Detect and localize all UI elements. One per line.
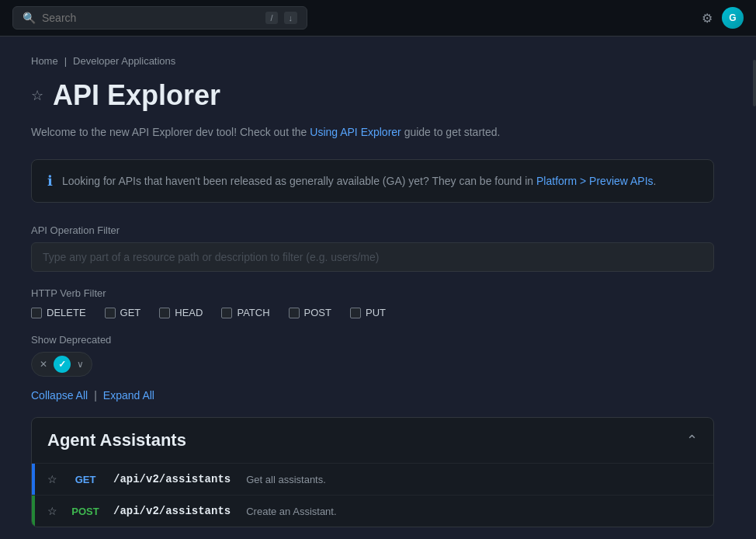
toggle-chevron-icon[interactable]: ∨ xyxy=(74,357,87,371)
endpoint-desc-post-assistants: Create an Assistant. xyxy=(246,506,336,517)
operation-filter-label: API Operation Filter xyxy=(31,224,714,236)
agent-assistants-title: Agent Assistants xyxy=(47,430,186,450)
endpoint-path-get-assistants: /api/v2/assistants xyxy=(113,473,231,485)
verb-patch-checkbox[interactable] xyxy=(221,308,232,318)
scrollbar[interactable] xyxy=(753,60,756,106)
avatar[interactable]: G xyxy=(722,7,744,29)
breadcrumb: Home | Developer Applications xyxy=(31,55,714,67)
verb-patch-label: PATCH xyxy=(237,307,269,318)
verb-post-checkbox[interactable] xyxy=(289,308,300,318)
verb-post-label: POST xyxy=(304,307,331,318)
verb-patch-item[interactable]: PATCH xyxy=(221,307,269,318)
endpoint-post-assistants[interactable]: ☆ POST /api/v2/assistants Create an Assi… xyxy=(32,495,713,527)
search-shortcut-arrow: ↓ xyxy=(284,12,298,24)
top-bar-right: ⚙ G xyxy=(699,7,744,29)
breadcrumb-separator: | xyxy=(64,55,67,67)
collapse-all-link[interactable]: Collapse All xyxy=(31,389,88,402)
endpoint-border-get xyxy=(32,464,35,495)
verb-filter-label: HTTP Verb Filter xyxy=(31,287,714,299)
top-bar: 🔍 / ↓ ⚙ G xyxy=(0,0,756,37)
agent-assistants-header[interactable]: Agent Assistants ⌃ xyxy=(32,418,713,463)
subtitle-text-after: guide to get started. xyxy=(401,126,501,138)
search-bar[interactable]: 🔍 / ↓ xyxy=(12,6,307,30)
endpoint-desc-get-assistants: Get all assistants. xyxy=(246,474,326,485)
favorite-star-icon[interactable]: ☆ xyxy=(31,87,43,104)
subtitle-link[interactable]: Using API Explorer xyxy=(310,126,401,138)
info-banner-text-after: . xyxy=(654,175,657,187)
verb-head-checkbox[interactable] xyxy=(159,308,170,318)
subtitle-text-before: Welcome to the new API Explorer dev tool… xyxy=(31,126,310,138)
toggle-x-icon[interactable]: ✕ xyxy=(36,357,50,371)
search-icon: 🔍 xyxy=(23,12,36,24)
toggle-check-icon: ✓ xyxy=(58,359,66,370)
collapse-section-chevron-icon[interactable]: ⌃ xyxy=(686,432,698,449)
verb-head-item[interactable]: HEAD xyxy=(159,307,203,318)
info-icon: ℹ xyxy=(47,172,53,190)
agent-assistants-section: Agent Assistants ⌃ ☆ GET /api/v2/assista… xyxy=(31,417,714,527)
endpoint-verb-post: POST xyxy=(67,506,104,517)
main-content: Home | Developer Applications ☆ API Expl… xyxy=(0,37,745,539)
breadcrumb-home[interactable]: Home xyxy=(31,55,58,67)
collapse-expand-separator: | xyxy=(94,389,97,402)
verb-delete-label: DELETE xyxy=(47,307,86,318)
verb-checkboxes: DELETE GET HEAD PATCH POST xyxy=(31,307,714,318)
toggle-circle[interactable]: ✓ xyxy=(54,356,71,373)
breadcrumb-current: Developer Applications xyxy=(73,55,175,67)
settings-button[interactable]: ⚙ xyxy=(699,8,716,29)
endpoint-border-post xyxy=(32,496,35,527)
info-banner-text-before: Looking for APIs that haven't been relea… xyxy=(62,175,536,187)
verb-get-label: GET xyxy=(120,307,141,318)
deprecated-toggle[interactable]: ✕ ✓ ∨ xyxy=(31,352,92,377)
verb-put-item[interactable]: PUT xyxy=(350,307,386,318)
page-title-row: ☆ API Explorer xyxy=(31,79,714,112)
page-title: API Explorer xyxy=(53,79,220,112)
info-banner-text: Looking for APIs that haven't been relea… xyxy=(62,175,656,187)
endpoint-get-assistants[interactable]: ☆ GET /api/v2/assistants Get all assista… xyxy=(32,463,713,495)
verb-delete-item[interactable]: DELETE xyxy=(31,307,86,318)
search-shortcut-slash: / xyxy=(265,12,277,24)
search-input[interactable] xyxy=(42,12,259,24)
verb-put-checkbox[interactable] xyxy=(350,308,361,318)
info-banner: ℹ Looking for APIs that haven't been rel… xyxy=(31,159,714,203)
endpoint-star-post-icon[interactable]: ☆ xyxy=(47,505,57,517)
expand-all-link[interactable]: Expand All xyxy=(103,389,154,402)
toggle-container: ✕ ✓ ∨ xyxy=(31,352,714,377)
collapse-expand-row: Collapse All | Expand All xyxy=(31,389,714,402)
verb-get-checkbox[interactable] xyxy=(105,308,116,318)
subtitle: Welcome to the new API Explorer dev tool… xyxy=(31,124,714,141)
verb-put-label: PUT xyxy=(366,307,386,318)
show-deprecated-label: Show Deprecated xyxy=(31,334,714,346)
verb-head-label: HEAD xyxy=(175,307,203,318)
verb-delete-checkbox[interactable] xyxy=(31,308,42,318)
operation-filter-section: API Operation Filter xyxy=(31,224,714,287)
verb-filter-section: HTTP Verb Filter DELETE GET HEAD PATCH xyxy=(31,287,714,318)
endpoint-verb-get: GET xyxy=(67,474,104,485)
endpoint-path-post-assistants: /api/v2/assistants xyxy=(113,505,231,517)
verb-post-item[interactable]: POST xyxy=(289,307,331,318)
show-deprecated-section: Show Deprecated ✕ ✓ ∨ xyxy=(31,334,714,377)
verb-get-item[interactable]: GET xyxy=(105,307,141,318)
endpoint-star-get-icon[interactable]: ☆ xyxy=(47,473,57,485)
operation-filter-input[interactable] xyxy=(31,242,714,272)
preview-apis-link[interactable]: Platform > Preview APIs xyxy=(536,175,654,187)
